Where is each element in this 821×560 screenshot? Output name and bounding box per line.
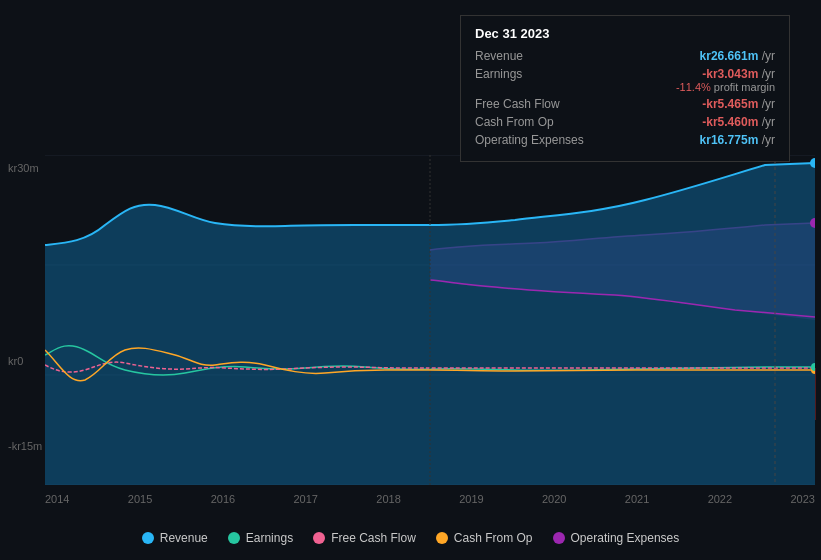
chart-svg [45,155,815,485]
x-label-2022: 2022 [708,493,732,505]
legend-label-cfo: Cash From Op [454,531,533,545]
tooltip-fcf-value: -kr5.465m /yr [702,97,775,111]
legend-label-revenue: Revenue [160,531,208,545]
tooltip-cfo-label: Cash From Op [475,115,595,129]
y-label-neg15m: -kr15m [8,440,42,452]
x-label-2015: 2015 [128,493,152,505]
tooltip-box: Dec 31 2023 Revenue kr26.661m /yr Earnin… [460,15,790,162]
legend-dot-earnings [228,532,240,544]
legend-item-cfo[interactable]: Cash From Op [436,531,533,545]
x-label-2014: 2014 [45,493,69,505]
legend-dot-revenue [142,532,154,544]
tooltip-opex-value: kr16.775m /yr [700,133,775,147]
x-label-2019: 2019 [459,493,483,505]
x-axis-labels: 2014 2015 2016 2017 2018 2019 2020 2021 … [45,493,815,505]
legend-dot-cfo [436,532,448,544]
legend-item-revenue[interactable]: Revenue [142,531,208,545]
x-label-2020: 2020 [542,493,566,505]
tooltip-earnings-row: Earnings -kr3.043m /yr -11.4% profit mar… [475,67,775,93]
tooltip-revenue-row: Revenue kr26.661m /yr [475,49,775,63]
y-label-30m: kr30m [8,162,39,174]
tooltip-earnings-label: Earnings [475,67,595,81]
legend-dot-fcf [313,532,325,544]
chart-container: Dec 31 2023 Revenue kr26.661m /yr Earnin… [0,0,821,560]
x-label-2017: 2017 [293,493,317,505]
legend-item-fcf[interactable]: Free Cash Flow [313,531,416,545]
tooltip-date: Dec 31 2023 [475,26,775,41]
tooltip-cfo-value: -kr5.460m /yr [702,115,775,129]
x-label-2016: 2016 [211,493,235,505]
y-label-0: kr0 [8,355,23,367]
legend-label-fcf: Free Cash Flow [331,531,416,545]
chart-area [45,155,815,485]
tooltip-earnings-margin: -11.4% profit margin [676,81,775,93]
legend-label-earnings: Earnings [246,531,293,545]
tooltip-opex-row: Operating Expenses kr16.775m /yr [475,133,775,147]
legend-item-opex[interactable]: Operating Expenses [553,531,680,545]
legend-item-earnings[interactable]: Earnings [228,531,293,545]
x-label-2021: 2021 [625,493,649,505]
tooltip-opex-label: Operating Expenses [475,133,595,147]
tooltip-fcf-label: Free Cash Flow [475,97,595,111]
legend-label-opex: Operating Expenses [571,531,680,545]
tooltip-fcf-row: Free Cash Flow -kr5.465m /yr [475,97,775,111]
tooltip-revenue-label: Revenue [475,49,595,63]
tooltip-cfo-row: Cash From Op -kr5.460m /yr [475,115,775,129]
legend-dot-opex [553,532,565,544]
tooltip-revenue-value: kr26.661m /yr [700,49,775,63]
x-label-2018: 2018 [376,493,400,505]
chart-legend: Revenue Earnings Free Cash Flow Cash Fro… [0,531,821,545]
tooltip-earnings-value: -kr3.043m /yr [702,67,775,81]
x-label-2023: 2023 [790,493,814,505]
